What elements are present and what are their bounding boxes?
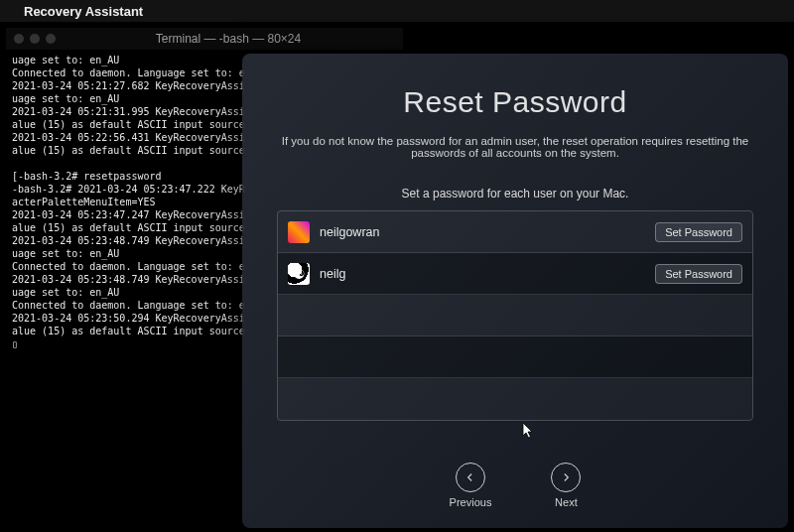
nav-label: Previous [450,496,492,508]
next-button[interactable]: Next [551,463,581,508]
menubar: Recovery Assistant [0,0,794,22]
panel-description: If you do not know the password for an a… [270,135,760,159]
table-row: ☯ neilg Set Password [278,253,752,295]
reset-password-panel: Reset Password If you do not know the pa… [242,54,788,528]
nav-label: Next [555,496,578,508]
user-name: neilg [320,267,645,281]
user-name: neilgowran [320,225,645,239]
maximize-icon[interactable] [46,34,56,44]
user-table: neilgowran Set Password ☯ neilg Set Pass… [277,210,753,421]
panel-subhead: Set a password for each user on your Mac… [402,187,629,200]
terminal-titlebar[interactable]: Terminal — -bash — 80×24 [6,28,403,50]
avatar: ☯ [288,263,310,285]
nav-buttons: Previous Next [450,463,582,514]
table-row [278,378,752,420]
close-icon[interactable] [14,34,24,44]
set-password-button[interactable]: Set Password [655,264,742,284]
table-row [278,295,752,336]
arrow-right-icon [551,463,581,492]
app-name: Recovery Assistant [24,4,143,19]
previous-button[interactable]: Previous [450,463,492,508]
avatar [288,221,310,243]
table-row: neilgowran Set Password [278,211,752,253]
minimize-icon[interactable] [30,34,40,44]
arrow-left-icon [456,463,485,492]
page-title: Reset Password [403,85,626,119]
terminal-title: Terminal — -bash — 80×24 [62,32,395,46]
table-row [278,336,752,378]
set-password-button[interactable]: Set Password [655,222,742,242]
